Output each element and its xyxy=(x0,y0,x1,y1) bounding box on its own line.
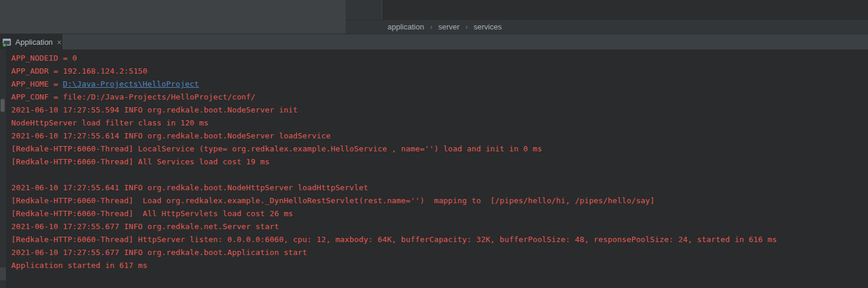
breadcrumb-item-server[interactable]: server xyxy=(438,22,459,31)
console-gutter xyxy=(0,49,6,288)
chevron-right-icon: › xyxy=(430,23,432,31)
log-line: [Redkale-HTTP:6060-Thread] All HttpServl… xyxy=(11,207,868,220)
tab-application-label: Application xyxy=(15,38,53,47)
file-path-link[interactable]: D:\Java-Projects\HelloProject xyxy=(63,80,199,88)
log-line: [Redkale-HTTP:6060-Thread] All Services … xyxy=(11,155,868,168)
log-line: 2021-06-10 17:27:55.677 INFO org.redkale… xyxy=(11,246,868,259)
breadcrumb-item-application[interactable]: application xyxy=(387,22,424,31)
console-log: APP_NODEID = 0APP_ADDR = 192.168.124.2:5… xyxy=(11,52,868,272)
run-console-panel[interactable]: APP_NODEID = 0APP_ADDR = 192.168.124.2:5… xyxy=(0,49,868,288)
breadcrumb-item-services[interactable]: services xyxy=(473,22,502,31)
chevron-right-icon: › xyxy=(465,23,468,31)
breadcrumb: application › server › services xyxy=(346,19,868,34)
tab-application[interactable]: Application × xyxy=(0,34,62,50)
editor-empty-panel xyxy=(0,0,346,34)
log-line xyxy=(11,168,868,181)
log-line: 2021-06-10 17:27:55.677 INFO org.redkale… xyxy=(11,220,868,233)
log-line: APP_NODEID = 0 xyxy=(11,52,868,65)
editor-right-panel xyxy=(382,0,868,19)
log-line: 2021-06-10 17:27:55.614 INFO org.redkale… xyxy=(11,130,868,143)
log-line: [Redkale-HTTP:6060-Thread] LocalService … xyxy=(11,143,868,155)
log-line: Application started in 617 ms xyxy=(11,259,868,272)
ide-window: application › server › services Applicat… xyxy=(0,0,868,288)
run-console-icon xyxy=(2,38,12,47)
log-line: 2021-06-10 17:27:55.641 INFO org.redkale… xyxy=(11,181,868,194)
editor-tab-gap-panel xyxy=(346,0,382,19)
close-icon[interactable]: × xyxy=(57,38,62,47)
log-line: [Redkale-HTTP:6060-Thread] Load org.redk… xyxy=(11,194,868,207)
log-line: APP_HOME = D:\Java-Projects\HelloProject xyxy=(11,78,868,91)
log-line: NodeHttpServer load filter class in 120 … xyxy=(11,117,868,130)
log-line: [Redkale-HTTP:6060-Thread] HttpServer li… xyxy=(11,233,868,246)
gutter-marker xyxy=(0,267,6,280)
log-line: APP_ADDR = 192.168.124.2:5150 xyxy=(11,65,868,78)
scrollbar-thumb[interactable] xyxy=(1,99,5,112)
log-line: 2021-06-10 17:27:55.594 INFO org.redkale… xyxy=(11,104,868,117)
console-tab-bar: Application × xyxy=(0,34,868,49)
log-line: APP_CONF = file:/D:/Java-Projects/HelloP… xyxy=(11,91,868,104)
